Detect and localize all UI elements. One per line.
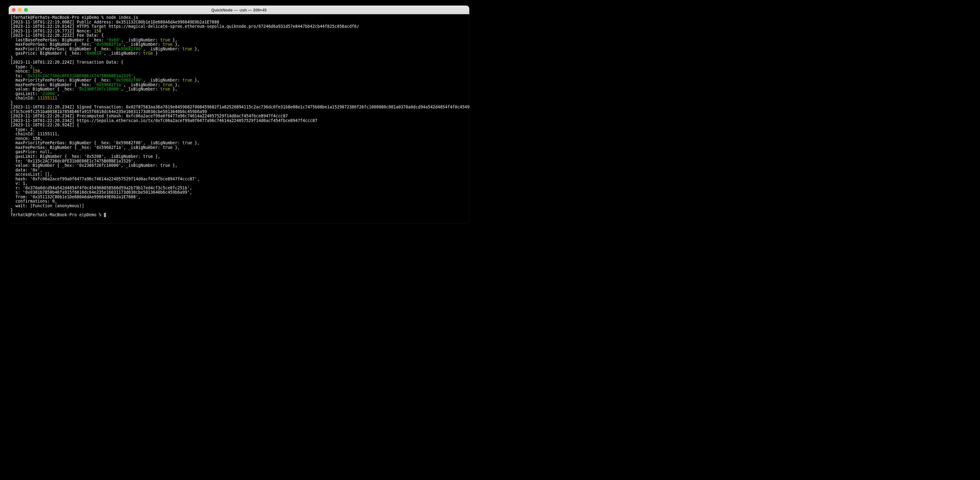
- log-text: },: [192, 78, 200, 82]
- log-line: wait: [Function (anonymous)]: [11, 204, 84, 208]
- log-text: ,: [40, 69, 42, 73]
- log-line: chainId:: [11, 96, 37, 100]
- titlebar[interactable]: QuickNode — -zsh — 209×45: [9, 6, 469, 14]
- bool-value: true: [182, 78, 192, 82]
- nonce-value: 158: [94, 29, 102, 33]
- log-line: [2023-11-16T01:22:20.234Z] https://Sepol…: [11, 118, 317, 123]
- address-string: '0x115c2AC736dc0FE31b8E08E1c7475B08BE1a1…: [25, 73, 133, 78]
- log-line: cf3c5ce0fc251ba00381b7858b46fa915f6818dc…: [11, 109, 207, 114]
- log-line: }: [11, 55, 13, 60]
- log-text: , _isBigNumber:: [123, 42, 162, 47]
- prompt-cwd: eipDemo: [79, 212, 97, 217]
- log-line: confirmations: 0,: [11, 199, 57, 204]
- log-line: from: '0x351132C80b1e1De680A6dAe996649E0…: [11, 195, 141, 199]
- hex-string: '0x59682f00': [113, 47, 143, 51]
- log-text: },: [192, 47, 200, 51]
- log-line: maxFeePerGas: BigNumber { _hex:: [11, 42, 94, 47]
- bool-value: true: [162, 42, 172, 47]
- string-value: '21000': [40, 92, 57, 96]
- log-line: gasLimit: BigNumber { _hex: '0x5208', _i…: [11, 154, 160, 159]
- log-line: [2023-11-16T01:22:20.224Z] Transaction D…: [11, 60, 123, 65]
- log-line: maxPriorityFeePerGas: BigNumber { _hex: …: [11, 141, 199, 145]
- log-text: ,: [57, 92, 60, 96]
- prompt-cwd: eipDemo: [82, 15, 99, 20]
- log-line: maxFeePerGas: BigNumber { _hex:: [11, 82, 94, 87]
- log-text: , _isBigNumber:: [143, 47, 182, 51]
- log-line: chainId: 11155111,: [11, 131, 60, 136]
- command-text: node index.js: [107, 15, 138, 20]
- log-text: ,: [133, 73, 136, 78]
- log-text: },: [172, 82, 180, 87]
- hex-string: '0x2386f26fc10000': [77, 87, 121, 92]
- log-line: gasPrice: BigNumber { _hex:: [11, 51, 84, 55]
- log-text: },: [172, 42, 180, 47]
- log-line: nonce: 158,: [11, 136, 42, 141]
- log-line: [2023-11-16T01:22:20.234Z] Precomputed t…: [11, 114, 288, 118]
- log-line: lastBaseFeePerGas: BigNumber { _hex:: [11, 38, 107, 42]
- log-line: value: BigNumber { _hex:: [11, 87, 77, 92]
- log-line: to:: [11, 73, 25, 78]
- log-line: maxFeePerGas: BigNumber { _hex: '0x59682…: [11, 145, 180, 150]
- hex-string: '0x59682f00': [113, 78, 143, 82]
- prompt-symbol: %: [99, 212, 102, 217]
- log-line: gasPrice: null,: [11, 149, 52, 154]
- terminal-content[interactable]: [ferhatk@Ferhats-MacBook-Pro eipDemo % n…: [9, 14, 469, 223]
- log-line: s: '0x0381b7858b46fa915f6818dc64e235e160…: [11, 190, 192, 195]
- log-line: value: BigNumber { _hex: '0x2386f26fc100…: [11, 163, 177, 168]
- log-line: }: [11, 100, 13, 105]
- log-text: , _isBigNumber:: [121, 87, 160, 92]
- prompt-user-host: ferhatk@Ferhats-MacBook-Pro: [13, 15, 79, 20]
- prompt-user-host: ferhatk@Ferhats-MacBook-Pro: [11, 212, 77, 217]
- window-title: QuickNode — -zsh — 209×45: [9, 8, 469, 13]
- log-text: , _isBigNumber:: [123, 82, 162, 87]
- log-line: data: '0x',: [11, 168, 42, 173]
- log-line: r: '0x370a0dcd94a542d4854f4f0c4549680585…: [11, 185, 192, 190]
- log-text: }: [153, 51, 158, 55]
- hex-string: '0x59682f1a': [94, 42, 123, 47]
- log-line: maxPriorityFeePerGas: BigNumber { _hex:: [11, 47, 113, 51]
- log-line: }: [11, 208, 13, 212]
- bool-value: true: [143, 51, 153, 55]
- log-line: accessList: [],: [11, 172, 52, 177]
- log-line: v: 1,: [11, 181, 28, 185]
- log-line: gasLimit:: [11, 92, 40, 96]
- terminal-window: QuickNode — -zsh — 209×45 [ferhatk@Ferha…: [9, 6, 469, 223]
- hex-string: '0x0d': [107, 38, 121, 42]
- bool-value: true: [162, 82, 172, 87]
- log-text: },: [170, 87, 177, 92]
- log-text: , _isBigNumber:: [143, 78, 182, 82]
- log-text: , _isBigNumber:: [121, 38, 160, 42]
- log-line: [2023-11-16T01:22:19.771Z] Nonce:: [11, 29, 94, 33]
- log-line: [2023-11-16T01:22:20.924Z] {: [11, 123, 79, 127]
- bool-value: true: [160, 38, 170, 42]
- log-text: ,: [32, 65, 35, 69]
- log-line: hash: '0xfc06a2acef99a0f6477a96c74614a22…: [11, 177, 199, 181]
- log-line: type: 2,: [11, 127, 35, 132]
- hex-string: '0x59682f1a': [94, 82, 123, 87]
- log-text: },: [170, 38, 177, 42]
- log-line: [2023-11-16T01:22:19.008Z] Public Addres…: [11, 20, 219, 24]
- log-line: to: '0x115c2AC736dc0FE31b8E08E1c7475B08B…: [11, 159, 136, 163]
- log-line: [2023-11-16T01:22:20.234Z] Signed Transa…: [11, 105, 469, 109]
- log-text: , _isBigNumber:: [104, 51, 143, 55]
- log-line: type:: [11, 65, 30, 69]
- number-value: 158: [32, 69, 40, 73]
- bool-value: true: [182, 47, 192, 51]
- log-line: nonce:: [11, 69, 32, 73]
- hex-string: '0x0614': [84, 51, 104, 55]
- prompt-symbol: %: [102, 15, 104, 20]
- log-line: [2023-11-16T01:22:19.014Z] HTTPS Target …: [11, 24, 359, 29]
- bool-value: true: [160, 87, 170, 92]
- log-line: [2023-11-16T01:22:20.223Z] Fee Data: {: [11, 33, 104, 38]
- log-line: maxPriorityFeePerGas: BigNumber { _hex:: [11, 78, 113, 82]
- cursor-icon: [104, 213, 106, 217]
- number-value: 11155111: [37, 96, 57, 100]
